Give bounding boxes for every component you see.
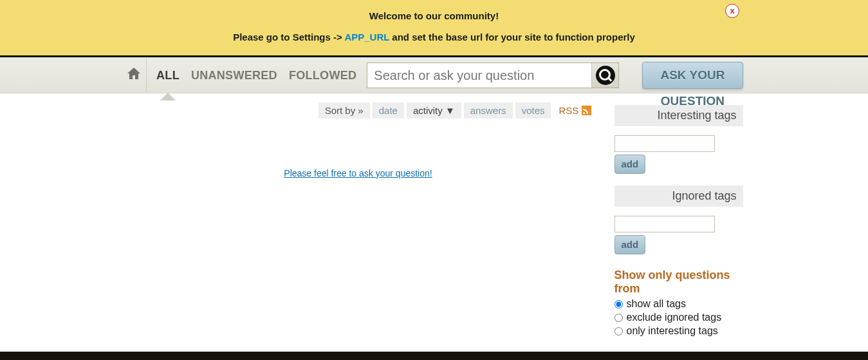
search-button[interactable] [591,63,618,88]
tab-followed[interactable]: FOLLOWED [289,69,356,82]
navbar: ALL UNANSWERED FOLLOWED ASK YOUR QUESTIO… [0,57,868,93]
sort-answers[interactable]: answers [464,102,513,118]
ask-prompt-link[interactable]: Please feel free to ask your question! [284,168,432,178]
filter-show-all[interactable]: show all tags [614,298,743,310]
empty-state: Please feel free to ask your question! [125,118,591,205]
active-tab-arrow-icon [160,93,176,100]
ask-question-button[interactable]: ASK YOUR QUESTION [642,62,743,89]
scope-tabs: ALL UNANSWERED FOLLOWED [156,69,356,82]
sort-bar: Sort by » date activity ▼ answers votes … [319,102,591,118]
rss-icon [582,106,591,115]
banner-line2: Please go to Settings -> APP_URL and set… [0,26,868,48]
filter-only-interesting[interactable]: only interesting tags [614,325,743,337]
home-icon[interactable] [125,66,142,86]
interesting-tags-heading: Interesting tags [614,105,743,126]
sort-votes[interactable]: votes [515,102,551,118]
announcement-banner: Welcome to our community! Please go to S… [0,0,868,55]
rss-link[interactable]: RSS [559,105,591,116]
tab-all[interactable]: ALL [156,69,180,82]
search-input[interactable] [367,63,591,88]
filter-exclude-ignored[interactable]: exclude ignored tags [614,312,743,323]
sort-label: Sort by » [319,102,370,118]
filter-heading: Show only questions from [614,269,743,296]
radio-only-interesting[interactable] [614,327,623,336]
sort-activity[interactable]: activity ▼ [407,102,461,118]
add-interesting-tag-button[interactable]: add [614,155,646,174]
app-url-link[interactable]: APP_URL [344,32,389,43]
sidebar: Interesting tags add Ignored tags add Sh… [614,99,743,352]
search-box [367,62,619,88]
radio-exclude-ignored[interactable] [614,314,623,322]
main-content: Sort by » date activity ▼ answers votes … [125,99,591,352]
ignored-tags-input[interactable] [614,216,715,232]
nav-divider [146,57,147,93]
ignored-tags-heading: Ignored tags [614,185,743,207]
add-ignored-tag-button[interactable]: add [614,235,646,254]
footer: about | faq | help | privacy policy | te… [0,352,868,360]
radio-show-all[interactable] [614,300,623,308]
interesting-tags-input[interactable] [614,135,715,152]
tab-unanswered[interactable]: UNANSWERED [191,69,277,82]
search-icon [596,66,615,85]
close-icon[interactable]: x [725,4,739,18]
sort-date[interactable]: date [373,102,404,118]
